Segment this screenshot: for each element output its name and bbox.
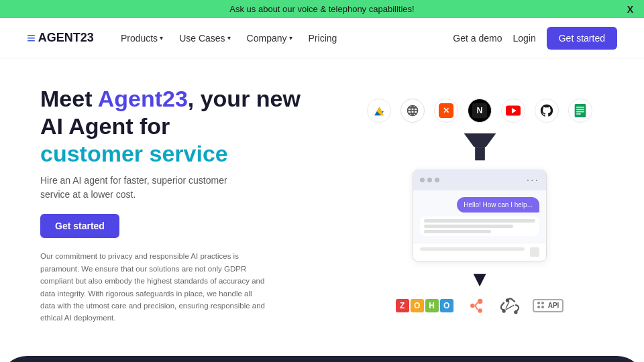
api-label: API [548, 302, 559, 309]
logo-icon: ≡ [27, 29, 36, 47]
chevron-down-icon: ▾ [289, 34, 292, 42]
logo[interactable]: ≡ AGENT23 [27, 29, 94, 47]
navigation: ≡ AGENT23 Products ▾ Use Cases ▾ Company… [0, 18, 644, 58]
chat-response-lines [420, 217, 539, 236]
nav-products[interactable]: Products ▾ [121, 33, 163, 44]
svg-rect-10 [576, 111, 584, 112]
dot-3 [435, 178, 439, 182]
svg-marker-12 [464, 133, 496, 146]
nav-actions: Get a demo Login Get started [453, 27, 617, 50]
zoho-z: Z [396, 299, 409, 312]
zoho-icon: Z O H O [396, 299, 453, 312]
svg-point-16 [478, 308, 482, 313]
chat-header-dots [420, 178, 439, 182]
hero-subtitle: Hire an AI agent for faster, superior cu… [40, 174, 255, 202]
privacy-text: Our commitment to privacy and responsibl… [40, 250, 268, 324]
chevron-down-icon: ▾ [227, 34, 231, 42]
hero-title: Meet Agent23, your new AI Agent for cust… [40, 85, 315, 167]
dot-2 [427, 178, 432, 182]
funnel-diagram [462, 131, 498, 164]
svg-rect-11 [576, 113, 581, 115]
api-grid-icon [537, 302, 545, 310]
zoho-o2: O [440, 299, 453, 312]
globe-icon [400, 99, 425, 123]
get-demo-button[interactable]: Get a demo [453, 33, 502, 44]
get-started-hero-button[interactable]: Get started [40, 214, 119, 238]
github-icon [535, 99, 559, 123]
notion-icon: N [468, 99, 492, 123]
svg-point-20 [505, 298, 508, 302]
svg-rect-9 [576, 109, 584, 110]
integration-icons-bottom: Z O H O [396, 295, 564, 316]
hero-title-part1: Meet [40, 86, 98, 111]
main-content: Meet Agent23, your new AI Agent for cust… [0, 58, 644, 356]
svg-rect-7 [575, 104, 586, 117]
svg-text:✕: ✕ [443, 106, 449, 115]
google-sheets-icon [568, 99, 592, 123]
get-started-nav-button[interactable]: Get started [547, 27, 617, 50]
nav-pricing[interactable]: Pricing [309, 33, 337, 44]
svg-rect-13 [475, 147, 485, 160]
chat-line [424, 225, 513, 228]
svg-point-14 [478, 298, 483, 304]
svg-point-15 [470, 303, 475, 308]
webhook-icon [499, 295, 521, 316]
announcement-banner: Ask us about our voice & telephony capab… [0, 0, 644, 18]
google-drive-icon [367, 99, 391, 123]
svg-rect-8 [576, 107, 584, 108]
hero-title-teal: customer service [40, 141, 228, 166]
hero-left: Meet Agent23, your new AI Agent for cust… [0, 58, 342, 356]
chat-body: Hello! How can I help... [413, 190, 546, 243]
banner-text: Ask us about our voice & telephony capab… [229, 4, 414, 14]
svg-line-17 [475, 302, 478, 306]
zapier-icon: ✕ [434, 99, 458, 123]
hubspot-icon [466, 295, 487, 316]
zoho-h: H [425, 299, 439, 312]
chat-window: ··· Hello! How can I help... [413, 170, 547, 261]
arrow-down-icon: ▼ [469, 268, 490, 290]
dot-1 [420, 178, 425, 182]
login-button[interactable]: Login [513, 33, 535, 44]
nav-company[interactable]: Company ▾ [247, 33, 292, 44]
chat-input-line [420, 247, 525, 251]
chat-line [424, 230, 491, 233]
chat-line [424, 219, 535, 223]
nav-links: Products ▾ Use Cases ▾ Company ▾ Pricing [121, 33, 453, 44]
integration-icons-top: ✕ N [367, 99, 592, 123]
chat-footer [413, 243, 546, 261]
nav-use-cases[interactable]: Use Cases ▾ [179, 33, 230, 44]
svg-point-19 [502, 309, 505, 312]
chat-send-button [530, 247, 539, 257]
zoho-o1: O [411, 299, 424, 312]
api-icon: API [533, 299, 564, 312]
chat-more-icon: ··· [527, 174, 539, 186]
chevron-down-icon: ▾ [160, 34, 163, 42]
svg-line-18 [475, 306, 478, 310]
bottom-section: Deliver extraordinary customer experienc… [0, 356, 644, 362]
chat-message-right: Hello! How can I help... [457, 197, 539, 213]
logo-text: AGENT23 [38, 31, 94, 45]
svg-point-21 [514, 310, 517, 314]
chat-header: ··· [413, 170, 546, 190]
hero-title-highlight: Agent23 [98, 86, 188, 111]
banner-close[interactable]: X [627, 4, 633, 15]
svg-text:N: N [477, 106, 483, 115]
hero-right: ✕ N [342, 58, 644, 356]
youtube-icon [501, 99, 525, 123]
